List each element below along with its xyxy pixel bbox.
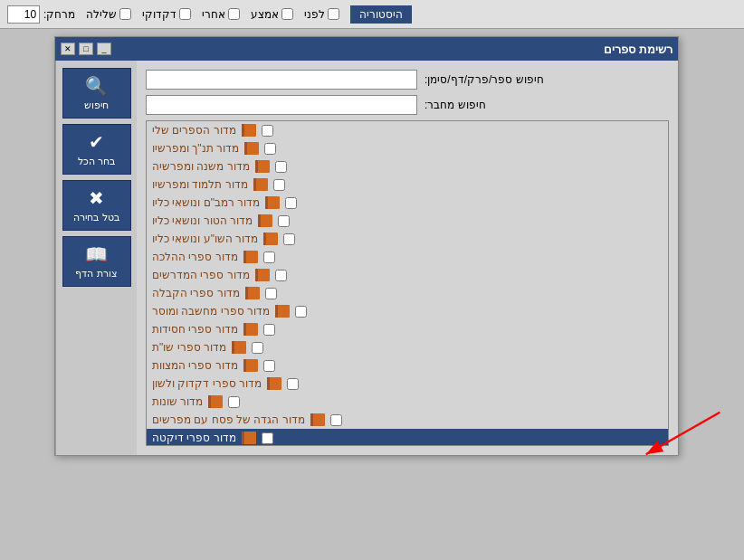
- list-item-checkbox[interactable]: [263, 360, 275, 372]
- list-item[interactable]: מדור ספרי דקדוק ולשון: [147, 375, 668, 393]
- cancel-checkbox[interactable]: [119, 8, 131, 20]
- list-item-checkbox[interactable]: [275, 270, 287, 281]
- list-item-text: מדור ספרי המצוות: [152, 359, 238, 372]
- list-item[interactable]: מדור ספרי המצוות: [147, 356, 668, 375]
- list-item-text: מדור תלמוד ומפרשיו: [152, 178, 248, 191]
- book-icon: [242, 358, 260, 373]
- print-icon: 📖: [85, 243, 108, 265]
- book-icon: [242, 250, 260, 264]
- history-button[interactable]: היסטוריה: [350, 5, 412, 24]
- list-item-text: מדור ספרי שו"ת: [152, 341, 226, 354]
- list-item-checkbox[interactable]: [262, 432, 273, 444]
- sidebar: 🔍 חיפוש ✔ בחר הכל ✖ בטל בחירה 📖 צורת הדף: [55, 61, 137, 455]
- list-item[interactable]: מדור ספרי הקבלה: [147, 284, 668, 302]
- book-icon: [262, 232, 280, 246]
- list-item-checkbox[interactable]: [263, 324, 275, 336]
- list-item-text: מדור ספרי ההלכה: [152, 251, 238, 263]
- maximize-button[interactable]: □: [79, 43, 93, 55]
- deselect-label: בטל בחירה: [73, 212, 119, 223]
- list-item[interactable]: מדור ספרי דיקטה: [147, 429, 668, 446]
- book-list[interactable]: מדור הספרים שלימדור תנ"ך ומפרשיומדור משנ…: [146, 120, 669, 446]
- list-item[interactable]: מדור השו"ע ונושאי כליו: [147, 230, 668, 248]
- middle-checkbox-label: אמצע: [251, 8, 293, 21]
- select-all-label: בחר הכל: [78, 156, 115, 167]
- list-item-checkbox[interactable]: [285, 197, 297, 209]
- search-input-2[interactable]: [146, 95, 417, 115]
- list-item[interactable]: מדור ספרי מחשבה ומוסר: [147, 302, 668, 320]
- list-item[interactable]: מדור תנ"ך ומפרשיו: [147, 139, 668, 157]
- after-checkbox-label: אחרי: [202, 8, 240, 21]
- marach-group: מרחק:: [7, 5, 75, 24]
- book-icon: [243, 141, 261, 156]
- list-item[interactable]: מדור רמב"ם ונושאי כליו: [147, 194, 668, 212]
- book-icon: [265, 376, 283, 391]
- sidebar-btn-select-all[interactable]: ✔ בחר הכל: [62, 124, 131, 175]
- middle-checkbox[interactable]: [281, 8, 293, 20]
- list-item-text: מדור משנה ומפרשיה: [152, 160, 250, 173]
- list-item[interactable]: מדור תלמוד ומפרשיו: [147, 176, 668, 194]
- book-icon: [206, 394, 224, 409]
- list-item-text: מדור הטור ונושאי כליו: [152, 214, 253, 227]
- book-icon: [240, 431, 258, 445]
- list-item-checkbox[interactable]: [278, 215, 290, 227]
- search-row-1: חיפוש ספר/פרק/דף/סימן:: [146, 70, 669, 90]
- content-area: חיפוש ספר/פרק/דף/סימן: חיפוש מחבר: מדור …: [55, 61, 678, 455]
- before-checkbox[interactable]: [328, 8, 339, 20]
- list-item-checkbox[interactable]: [262, 125, 273, 137]
- list-item-checkbox[interactable]: [264, 143, 276, 155]
- list-item-text: מדור ספרי דיקטה: [152, 432, 236, 444]
- list-item-checkbox[interactable]: [330, 414, 342, 426]
- list-item[interactable]: מדור הטור ונושאי כליו: [147, 212, 668, 230]
- list-item-checkbox[interactable]: [265, 288, 277, 299]
- book-icon: [252, 177, 270, 192]
- sidebar-btn-search[interactable]: 🔍 חיפוש: [62, 68, 131, 119]
- list-item-text: מדור השו"ע ונושאי כליו: [152, 233, 258, 245]
- cancel-checkbox-label: שלילה: [86, 8, 131, 21]
- list-item-checkbox[interactable]: [228, 396, 240, 408]
- list-item-checkbox[interactable]: [287, 378, 299, 390]
- marach-label: מרחק:: [43, 8, 75, 21]
- list-item-text: מדור ספרי מחשבה ומוסר: [152, 305, 270, 318]
- list-item-checkbox[interactable]: [263, 252, 275, 263]
- list-item-text: מדור הספרים שלי: [152, 124, 236, 137]
- list-item[interactable]: מדור ספרי חסידות: [147, 320, 668, 338]
- list-item[interactable]: מדור הספרים שלי: [147, 121, 668, 139]
- minimize-button[interactable]: _: [97, 43, 111, 55]
- search-row-2: חיפוש מחבר:: [146, 95, 669, 115]
- marach-input[interactable]: [7, 5, 40, 24]
- list-item-checkbox[interactable]: [283, 233, 295, 245]
- search-input-1[interactable]: [146, 70, 417, 90]
- book-icon: [240, 123, 258, 138]
- select-all-icon: ✔: [89, 131, 104, 153]
- book-icon: [253, 159, 272, 174]
- list-item-checkbox[interactable]: [275, 161, 287, 173]
- list-item-checkbox[interactable]: [295, 306, 307, 318]
- book-icon: [230, 340, 248, 355]
- close-button[interactable]: ✕: [61, 43, 75, 55]
- list-item[interactable]: מדור שונות: [147, 393, 668, 411]
- top-bar: היסטוריה לפני אמצע אחרי דקדוקי שלילה מרח…: [0, 0, 744, 29]
- window-title: רשימת ספרים: [604, 43, 672, 56]
- list-item[interactable]: מדור ספרי המדרשים: [147, 266, 668, 284]
- precise-checkbox-label: דקדוקי: [142, 8, 191, 21]
- list-item[interactable]: מדור משנה ומפרשיה: [147, 157, 668, 176]
- after-checkbox[interactable]: [228, 8, 240, 20]
- book-icon: [309, 413, 327, 427]
- sidebar-btn-deselect[interactable]: ✖ בטל בחירה: [62, 180, 131, 231]
- precise-checkbox[interactable]: [179, 8, 191, 20]
- search-label: חיפוש: [84, 100, 109, 111]
- list-item-checkbox[interactable]: [273, 179, 285, 191]
- main-panel: חיפוש ספר/פרק/דף/סימן: חיפוש מחבר: מדור …: [137, 61, 678, 455]
- deselect-icon: ✖: [89, 187, 104, 209]
- book-icon: [273, 304, 291, 318]
- list-item-text: מדור ספרי הקבלה: [152, 287, 240, 299]
- list-item[interactable]: מדור ספרי ההלכה: [147, 248, 668, 266]
- book-icon: [242, 322, 260, 337]
- list-item[interactable]: מדור הגדה של פסח עם מפרשים: [147, 411, 668, 429]
- print-label: צורת הדף: [75, 268, 117, 280]
- list-item[interactable]: מדור ספרי שו"ת: [147, 338, 668, 356]
- window-controls: _ □ ✕: [61, 43, 111, 55]
- list-item-checkbox[interactable]: [252, 342, 263, 354]
- title-bar: רשימת ספרים _ □ ✕: [55, 37, 678, 61]
- sidebar-btn-print[interactable]: 📖 צורת הדף: [62, 236, 131, 287]
